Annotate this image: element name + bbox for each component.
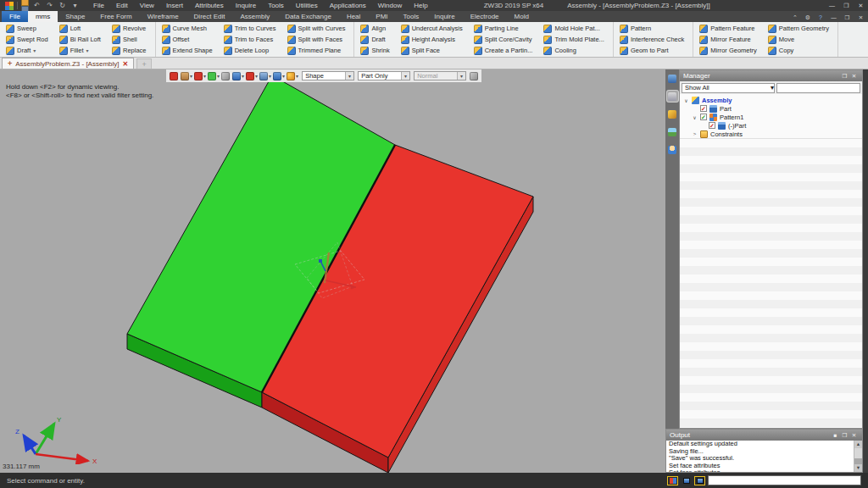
ribbon-button[interactable]: Cooling <box>543 45 606 56</box>
regen-icon[interactable]: ↻ <box>58 2 67 10</box>
show-all-dropdown[interactable]: Show All ▾ <box>682 83 775 93</box>
ribbon-tab[interactable]: Free Form <box>92 11 139 22</box>
output-window-toggle-icon[interactable] <box>694 476 705 485</box>
ribbon-button[interactable]: Pattern Feature <box>699 23 760 34</box>
ribbon-tab[interactable]: Assembly <box>233 11 278 22</box>
document-tab[interactable]: + AssemblyProblem.Z3 - [Assembly] ✕ <box>2 58 134 69</box>
doc-close-button[interactable]: ✕ <box>855 13 866 22</box>
ribbon-button[interactable]: Trim to Curves <box>224 23 279 34</box>
minimize-button[interactable]: — <box>825 1 839 11</box>
ribbon-button[interactable]: Shell <box>112 34 149 45</box>
ribbon-button[interactable]: Offset <box>162 34 215 45</box>
ribbon-tab[interactable]: Electrode <box>463 11 507 22</box>
chevron-down-icon[interactable]: ▾ <box>771 84 774 92</box>
ribbon-button[interactable]: Shrink <box>360 45 392 56</box>
ribbon-tab[interactable]: mms <box>28 11 58 22</box>
ribbon-button[interactable]: Curve Mesh <box>162 23 215 34</box>
ribbon-button[interactable]: Undercut Analysis <box>401 23 465 34</box>
viewport-tool-button[interactable]: ▾ <box>287 72 298 80</box>
ribbon-button[interactable]: Height Analysis <box>401 34 465 45</box>
filter-combo[interactable]: Part Only▾ <box>358 71 410 80</box>
help-icon[interactable]: ? <box>815 14 826 20</box>
ribbon-button[interactable]: Interference Check <box>620 34 687 45</box>
pick-filter-gear-button[interactable] <box>470 72 478 80</box>
ribbon-button[interactable]: Trimmed Plane <box>287 45 348 56</box>
scrollbar-thumb[interactable] <box>854 458 862 464</box>
new-tab-button[interactable]: + <box>136 58 152 69</box>
undo-icon[interactable]: ↶ <box>32 2 42 10</box>
ribbon-button[interactable]: Move <box>768 34 832 45</box>
viewport-tool-button[interactable]: ▾ <box>273 72 285 80</box>
qat-dropdown-icon[interactable]: ▾ <box>70 2 80 10</box>
menu-item[interactable]: File <box>88 1 109 10</box>
ribbon-button[interactable]: Mirror Feature <box>699 34 760 45</box>
menu-item[interactable]: Tools <box>263 1 289 10</box>
menu-item[interactable]: Help <box>409 1 432 10</box>
ribbon-button[interactable]: Replace <box>112 45 149 56</box>
close-button[interactable]: ✕ <box>854 1 868 11</box>
output-scrollbar[interactable]: ▲ ▼ <box>854 441 862 472</box>
output-float-button[interactable]: ❐ <box>840 431 849 440</box>
ribbon-button[interactable]: Delete Loop <box>224 45 279 56</box>
scroll-down-icon[interactable]: ▼ <box>854 464 862 472</box>
chevron-down-icon[interactable]: ▾ <box>345 72 353 80</box>
viewport-tool-button[interactable] <box>221 72 231 80</box>
ribbon-button[interactable]: Mirror Geometry <box>699 45 760 56</box>
ribbon-tab[interactable]: Mold <box>507 11 537 22</box>
ribbon-button[interactable]: Split with Curves <box>287 23 348 34</box>
ribbon-button[interactable]: Geom to Part <box>620 45 687 56</box>
viewport-tool-button[interactable]: ▾ <box>259 72 271 80</box>
menu-item[interactable]: Inquire <box>231 1 261 10</box>
ribbon-button[interactable]: Extend Shape <box>162 45 215 56</box>
visual-manager-tab-icon[interactable] <box>667 108 678 119</box>
output-close-button[interactable]: ✕ <box>849 431 859 440</box>
ribbon-tab[interactable]: File <box>2 11 28 22</box>
menu-item[interactable]: Edit <box>111 1 133 10</box>
menu-item[interactable]: View <box>135 1 159 10</box>
redo-icon[interactable]: ↷ <box>45 2 54 10</box>
output-log-toggle-icon[interactable] <box>667 476 678 485</box>
tree-row-pattern1[interactable]: ∨ ✓ Pattern1 <box>680 113 862 121</box>
ribbon-button[interactable]: Fillet▾ <box>59 45 103 56</box>
command-input[interactable] <box>708 475 861 485</box>
tab-close-icon[interactable]: ✕ <box>123 60 129 68</box>
restore-button[interactable]: ❐ <box>839 1 854 11</box>
3d-viewport[interactable]: Hold down <F2> for dynamic viewing. <F8>… <box>0 69 665 473</box>
menu-item[interactable]: Attributes <box>190 1 229 10</box>
ribbon-tab[interactable]: Heal <box>339 11 368 22</box>
role-tab-icon[interactable] <box>667 144 678 155</box>
ribbon-tab[interactable]: Shape <box>58 11 92 22</box>
ribbon-button[interactable]: Bi Rail Loft <box>59 34 103 45</box>
history-tab-icon[interactable] <box>667 73 678 84</box>
ribbon-button[interactable]: Pattern <box>620 23 687 34</box>
collapse-ribbon-icon[interactable]: ⌃ <box>790 14 800 21</box>
menu-item[interactable]: Utilities <box>291 1 323 10</box>
manager-search-input[interactable] <box>776 83 860 93</box>
manager-float-button[interactable]: ❐ <box>840 72 849 80</box>
ribbon-button[interactable]: Revolve <box>112 23 149 34</box>
tree-expand-icon[interactable]: ∨ <box>683 97 689 103</box>
ribbon-tab[interactable]: PMI <box>368 11 395 22</box>
viewport-tool-button[interactable]: ▾ <box>208 72 220 80</box>
menu-item[interactable]: Window <box>373 1 407 10</box>
manager-close-button[interactable]: ✕ <box>849 72 859 80</box>
tree-row-constraints[interactable]: > Constraints <box>680 130 862 138</box>
menu-item[interactable]: Applications <box>325 1 371 10</box>
ribbon-button[interactable]: Swept Rod <box>6 34 51 45</box>
tree-expand-icon[interactable]: ∨ <box>692 114 698 120</box>
ribbon-button[interactable]: Pattern Geometry <box>768 23 832 34</box>
pattern-part-checkbox[interactable]: ✓ <box>709 122 715 129</box>
filter-combo[interactable]: Normal▾ <box>414 71 466 80</box>
tree-row-part[interactable]: ✓ Part <box>680 104 862 113</box>
chevron-down-icon[interactable]: ▾ <box>457 72 465 80</box>
ribbon-button[interactable]: Split Face <box>401 45 465 56</box>
pattern1-checkbox[interactable]: ✓ <box>700 114 707 120</box>
viewport-tool-button[interactable]: ▾ <box>194 72 206 80</box>
tree-collapsed-icon[interactable]: > <box>692 131 698 136</box>
ribbon-button[interactable]: Align <box>360 23 392 34</box>
settings-gear-icon[interactable]: ⚙ <box>803 14 813 21</box>
ribbon-button[interactable]: Create a Partin... <box>474 45 536 56</box>
ribbon-button[interactable]: Mold Hole Pat... <box>543 23 606 34</box>
ribbon-button[interactable]: Sweep <box>6 23 51 34</box>
scroll-up-icon[interactable]: ▲ <box>854 441 862 448</box>
